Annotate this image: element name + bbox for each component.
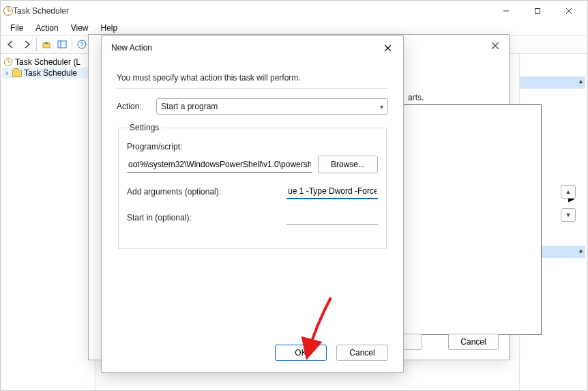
- forward-button[interactable]: [19, 37, 34, 52]
- clock-icon: [4, 58, 12, 66]
- new-action-description: You must specify what action this task w…: [117, 73, 388, 83]
- browse-button[interactable]: Browse...: [318, 156, 378, 173]
- view-panels-button[interactable]: [55, 37, 70, 52]
- window-title: Task Scheduler: [13, 6, 490, 16]
- cancel-button[interactable]: Cancel: [336, 345, 388, 361]
- move-down-button[interactable]: ▼: [561, 208, 576, 222]
- tree-library-label: Task Schedule: [24, 68, 77, 78]
- action-select-value: Start a program: [161, 102, 218, 111]
- back-button[interactable]: [3, 37, 18, 52]
- move-up-button[interactable]: ▲: [561, 185, 576, 199]
- program-label: Program/script:: [127, 142, 378, 151]
- help-button[interactable]: ?: [74, 37, 89, 52]
- folder-icon: [12, 70, 22, 77]
- new-action-close-button[interactable]: [381, 42, 394, 54]
- titlebar: Task Scheduler: [1, 1, 587, 21]
- tree-root[interactable]: Task Scheduler (L: [2, 57, 94, 68]
- chevron-down-icon: ▾: [380, 103, 383, 111]
- svg-text:?: ?: [80, 41, 83, 48]
- startin-input[interactable]: [286, 210, 378, 225]
- maximize-button[interactable]: [522, 1, 553, 21]
- tree-pane: Task Scheduler (L › Task Schedule: [1, 54, 96, 390]
- create-task-close-icon[interactable]: [491, 40, 501, 50]
- chevron-right-icon: ›: [3, 68, 10, 78]
- settings-legend: Settings: [127, 123, 162, 132]
- close-button[interactable]: [553, 1, 585, 21]
- svg-rect-4: [43, 43, 50, 48]
- app-clock-icon: [3, 6, 13, 16]
- action-label: Action:: [117, 102, 149, 111]
- menu-help[interactable]: Help: [95, 22, 123, 34]
- menu-view[interactable]: View: [65, 22, 94, 34]
- settings-fieldset: Settings Program/script: Browse... Add a…: [118, 123, 387, 249]
- menubar: File Action View Help: [1, 21, 587, 35]
- up-folder-button[interactable]: [39, 37, 54, 52]
- partial-text-arts: arts.: [408, 93, 424, 102]
- svg-rect-1: [535, 9, 540, 14]
- svg-rect-5: [58, 41, 66, 48]
- menu-action[interactable]: Action: [30, 22, 63, 34]
- minimize-button[interactable]: [490, 1, 522, 21]
- tree-root-label: Task Scheduler (L: [15, 57, 80, 67]
- create-task-cancel-button[interactable]: Cancel: [448, 334, 499, 350]
- new-action-title: New Action: [111, 43, 381, 53]
- action-select[interactable]: Start a program ▾: [156, 98, 388, 115]
- startin-label: Start in (optional):: [127, 213, 192, 222]
- args-input[interactable]: [286, 184, 378, 199]
- menu-file[interactable]: File: [5, 22, 29, 34]
- new-action-dialog: New Action You must specify what action …: [101, 35, 404, 373]
- args-label: Add arguments (optional):: [127, 187, 221, 197]
- ok-button[interactable]: OK: [275, 345, 327, 361]
- actions-ribbon-top[interactable]: [520, 76, 585, 89]
- program-input[interactable]: [127, 156, 312, 173]
- tree-library[interactable]: › Task Schedule: [2, 68, 94, 78]
